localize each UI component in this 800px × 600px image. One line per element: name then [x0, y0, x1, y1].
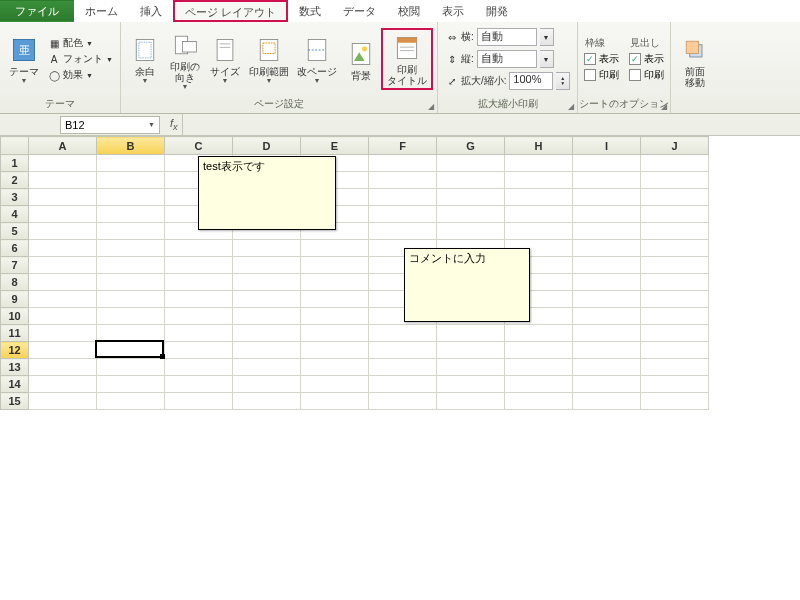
cell-H3[interactable]	[505, 189, 573, 206]
bring-front-button[interactable]: 前面 移動	[675, 32, 715, 90]
cell-B15[interactable]	[97, 393, 165, 410]
cell-G5[interactable]	[437, 223, 505, 240]
cell-A5[interactable]	[29, 223, 97, 240]
cell-C12[interactable]	[165, 342, 233, 359]
cell-B5[interactable]	[97, 223, 165, 240]
cell-B11[interactable]	[97, 325, 165, 342]
cell-H2[interactable]	[505, 172, 573, 189]
fx-icon[interactable]: fx	[170, 117, 178, 132]
cell-D9[interactable]	[233, 291, 301, 308]
cell-B7[interactable]	[97, 257, 165, 274]
cell-B1[interactable]	[97, 155, 165, 172]
row-header-1[interactable]: 1	[1, 155, 29, 172]
cell-J12[interactable]	[641, 342, 709, 359]
name-box[interactable]: B12▼	[60, 116, 160, 134]
tab-developer[interactable]: 開発	[475, 0, 519, 22]
cell-A3[interactable]	[29, 189, 97, 206]
cell-G3[interactable]	[437, 189, 505, 206]
cell-I2[interactable]	[573, 172, 641, 189]
tab-insert[interactable]: 挿入	[129, 0, 173, 22]
cell-J14[interactable]	[641, 376, 709, 393]
cell-H15[interactable]	[505, 393, 573, 410]
row-header-3[interactable]: 3	[1, 189, 29, 206]
fonts-button[interactable]: Aフォント▼	[44, 51, 116, 67]
cell-I14[interactable]	[573, 376, 641, 393]
row-header-9[interactable]: 9	[1, 291, 29, 308]
tab-data[interactable]: データ	[332, 0, 387, 22]
scale-spinner[interactable]: 100%▲▼	[509, 72, 570, 90]
cell-I8[interactable]	[573, 274, 641, 291]
cell-A9[interactable]	[29, 291, 97, 308]
cell-J2[interactable]	[641, 172, 709, 189]
cell-C15[interactable]	[165, 393, 233, 410]
cell-E7[interactable]	[301, 257, 369, 274]
dialog-launcher-icon[interactable]: ◢	[428, 102, 434, 111]
cell-A14[interactable]	[29, 376, 97, 393]
row-header-7[interactable]: 7	[1, 257, 29, 274]
cell-G1[interactable]	[437, 155, 505, 172]
cell-E15[interactable]	[301, 393, 369, 410]
row-header-14[interactable]: 14	[1, 376, 29, 393]
cell-C7[interactable]	[165, 257, 233, 274]
cell-F4[interactable]	[369, 206, 437, 223]
cell-F13[interactable]	[369, 359, 437, 376]
cell-I5[interactable]	[573, 223, 641, 240]
row-header-5[interactable]: 5	[1, 223, 29, 240]
cell-I7[interactable]	[573, 257, 641, 274]
row-header-11[interactable]: 11	[1, 325, 29, 342]
cell-H13[interactable]	[505, 359, 573, 376]
themes-button[interactable]: 亜 テーマ ▼	[4, 32, 44, 86]
cell-E10[interactable]	[301, 308, 369, 325]
gridlines-print-checkbox[interactable]: 印刷	[582, 67, 621, 83]
cell-J3[interactable]	[641, 189, 709, 206]
cell-H5[interactable]	[505, 223, 573, 240]
tab-file[interactable]: ファイル	[0, 0, 74, 22]
cell-J6[interactable]	[641, 240, 709, 257]
margins-button[interactable]: 余白▼	[125, 32, 165, 86]
cell-C10[interactable]	[165, 308, 233, 325]
width-combo[interactable]: 自動▼	[477, 28, 554, 46]
cell-G4[interactable]	[437, 206, 505, 223]
cell-H1[interactable]	[505, 155, 573, 172]
col-header-D[interactable]: D	[233, 137, 301, 155]
size-button[interactable]: サイズ▼	[205, 32, 245, 86]
cell-F15[interactable]	[369, 393, 437, 410]
cell-D15[interactable]	[233, 393, 301, 410]
cell-C11[interactable]	[165, 325, 233, 342]
formula-bar[interactable]	[182, 114, 800, 135]
row-header-8[interactable]: 8	[1, 274, 29, 291]
cell-D6[interactable]	[233, 240, 301, 257]
cell-B14[interactable]	[97, 376, 165, 393]
cell-F2[interactable]	[369, 172, 437, 189]
tab-view[interactable]: 表示	[431, 0, 475, 22]
cell-F14[interactable]	[369, 376, 437, 393]
cell-I10[interactable]	[573, 308, 641, 325]
cell-H12[interactable]	[505, 342, 573, 359]
cell-A13[interactable]	[29, 359, 97, 376]
tab-page-layout[interactable]: ページ レイアウト	[173, 0, 288, 22]
orientation-button[interactable]: 印刷の 向き▼	[165, 27, 205, 92]
cell-H14[interactable]	[505, 376, 573, 393]
colors-button[interactable]: ▦配色▼	[44, 35, 116, 51]
cell-A12[interactable]	[29, 342, 97, 359]
cell-I3[interactable]	[573, 189, 641, 206]
comment-box[interactable]: test表示です	[198, 156, 336, 230]
cell-C9[interactable]	[165, 291, 233, 308]
cell-I12[interactable]	[573, 342, 641, 359]
cell-D11[interactable]	[233, 325, 301, 342]
cell-E8[interactable]	[301, 274, 369, 291]
cell-C13[interactable]	[165, 359, 233, 376]
cell-I1[interactable]	[573, 155, 641, 172]
row-header-10[interactable]: 10	[1, 308, 29, 325]
cell-A6[interactable]	[29, 240, 97, 257]
cell-B8[interactable]	[97, 274, 165, 291]
tab-review[interactable]: 校閲	[387, 0, 431, 22]
row-header-2[interactable]: 2	[1, 172, 29, 189]
cell-I11[interactable]	[573, 325, 641, 342]
breaks-button[interactable]: 改ページ▼	[293, 32, 341, 86]
cell-G11[interactable]	[437, 325, 505, 342]
cell-C6[interactable]	[165, 240, 233, 257]
cell-H4[interactable]	[505, 206, 573, 223]
cell-I6[interactable]	[573, 240, 641, 257]
cell-B3[interactable]	[97, 189, 165, 206]
